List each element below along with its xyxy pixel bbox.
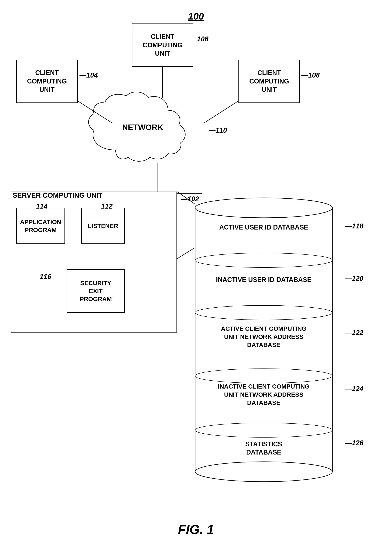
svg-point-16 [195, 306, 332, 320]
app-program-label: APPLICATIONPROGRAM [20, 218, 61, 234]
svg-text:DATABASE: DATABASE [247, 341, 280, 348]
db-active-user-ref: —118 [345, 222, 363, 230]
ccu-top-ref: 106 [197, 35, 208, 43]
ccu-top-box: CLIENTCOMPUTINGUNIT [132, 23, 193, 67]
svg-point-20 [195, 423, 332, 437]
figure-caption: FIG. 1 [178, 522, 214, 537]
security-exit-box: SECURITYEXITPROGRAM [67, 269, 125, 313]
svg-point-14 [195, 253, 332, 268]
network-cloud: NETWORK [80, 92, 206, 164]
listener-ref: 112 [101, 202, 113, 210]
svg-text:STATISTICS: STATISTICS [245, 440, 282, 448]
diagram-container: 100 CLIENTCOMPUTINGUNIT 106 CLIENTCOMPUT… [0, 0, 392, 555]
app-ref: 114 [36, 202, 48, 210]
listener-box: LISTENER [81, 208, 125, 244]
ccu-right-label: CLIENTCOMPUTINGUNIT [249, 69, 289, 94]
ccu-right-box: CLIENTCOMPUTINGUNIT [239, 60, 300, 103]
server-label: SERVER COMPUTING UNIT [13, 191, 103, 199]
svg-point-12 [195, 462, 332, 482]
svg-text:INACTIVE CLIENT COMPUTING: INACTIVE CLIENT COMPUTING [218, 383, 310, 390]
ccu-top-label: CLIENTCOMPUTINGUNIT [143, 33, 182, 58]
application-program-box: APPLICATIONPROGRAM [16, 208, 65, 244]
db-statistics-ref: —126 [345, 439, 363, 447]
database-cylinder: ACTIVE USER ID DATABASE INACTIVE USER ID… [193, 197, 341, 482]
svg-text:ACTIVE CLIENT COMPUTING: ACTIVE CLIENT COMPUTING [221, 325, 306, 332]
ccu-left-label: CLIENTCOMPUTINGUNIT [27, 69, 67, 94]
ccu-left-ref: —104 [80, 71, 98, 79]
ccu-left-box: CLIENTCOMPUTINGUNIT [16, 60, 78, 103]
security-ref: 116— [40, 273, 58, 281]
figure-ref-top: 100 [188, 11, 204, 22]
svg-point-11 [195, 198, 332, 218]
svg-text:DATABASE: DATABASE [246, 449, 282, 456]
svg-text:DATABASE: DATABASE [247, 399, 280, 406]
svg-text:UNIT NETWORK ADDRESS: UNIT NETWORK ADDRESS [224, 333, 304, 340]
db-active-client-ref: —122 [345, 329, 363, 337]
ccu-right-ref: —108 [301, 71, 319, 79]
listener-label: LISTENER [88, 222, 118, 230]
db-inactive-client-ref: —124 [345, 385, 363, 393]
svg-text:UNIT NETWORK ADDRESS: UNIT NETWORK ADDRESS [224, 391, 304, 398]
security-exit-label: SECURITYEXITPROGRAM [80, 279, 112, 303]
svg-point-18 [195, 369, 332, 383]
svg-text:INACTIVE USER ID DATABASE: INACTIVE USER ID DATABASE [216, 276, 312, 283]
db-inactive-user-ref: —120 [345, 275, 363, 283]
svg-text:ACTIVE USER ID DATABASE: ACTIVE USER ID DATABASE [219, 224, 308, 231]
network-ref: —110 [209, 126, 227, 134]
svg-text:NETWORK: NETWORK [122, 123, 163, 132]
